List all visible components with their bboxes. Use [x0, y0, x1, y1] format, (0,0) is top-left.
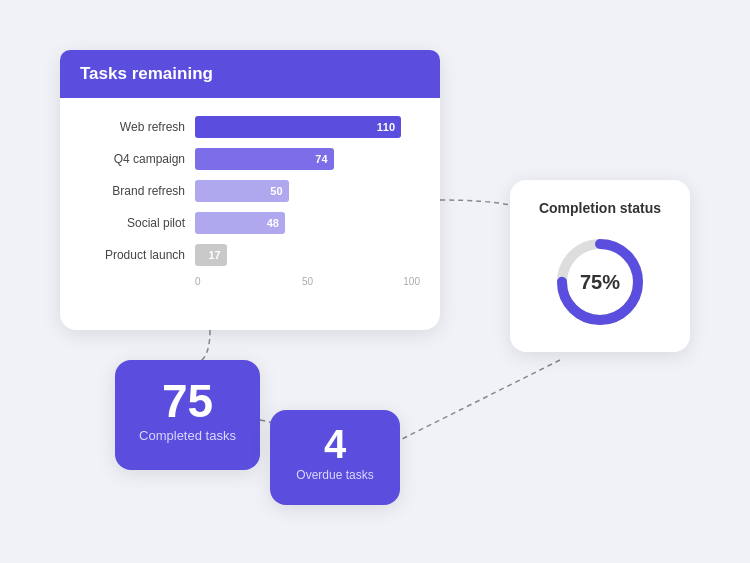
axis-tick-0: 0: [195, 276, 270, 287]
axis-tick-100: 100: [345, 276, 420, 287]
bar-label-q4: Q4 campaign: [80, 152, 185, 166]
bar-track-brand: 50: [195, 180, 420, 202]
completed-tasks-label: Completed tasks: [129, 428, 246, 443]
bar-label-social: Social pilot: [80, 216, 185, 230]
completion-status-card: Completion status 75%: [510, 180, 690, 352]
completed-tasks-number: 75: [129, 378, 246, 424]
bar-value-social: 48: [267, 217, 279, 229]
bar-value-web-refresh: 110: [377, 121, 395, 133]
donut-percent-label: 75%: [580, 271, 620, 294]
completed-tasks-card: 75 Completed tasks: [115, 360, 260, 470]
axis-tick-50: 50: [270, 276, 345, 287]
bar-value-brand: 50: [270, 185, 282, 197]
bar-track-q4: 74: [195, 148, 420, 170]
bar-label-web-refresh: Web refresh: [80, 120, 185, 134]
bar-fill-brand: 50: [195, 180, 289, 202]
bar-fill-q4: 74: [195, 148, 334, 170]
overdue-tasks-label: Overdue tasks: [282, 468, 388, 482]
bar-fill-web-refresh: 110: [195, 116, 401, 138]
tasks-remaining-card: Tasks remaining Web refresh 110 Q4 campa…: [60, 50, 440, 330]
tasks-card-title: Tasks remaining: [60, 50, 440, 98]
bar-row-web-refresh: Web refresh 110: [80, 116, 420, 138]
bar-value-q4: 74: [315, 153, 327, 165]
bar-chart: Web refresh 110 Q4 campaign 74 Brand ref…: [80, 116, 420, 287]
bar-row-q4: Q4 campaign 74: [80, 148, 420, 170]
bar-fill-product: 17: [195, 244, 227, 266]
completion-card-title: Completion status: [530, 200, 670, 216]
bar-track-product: 17: [195, 244, 420, 266]
bar-row-social: Social pilot 48: [80, 212, 420, 234]
bar-label-product: Product launch: [80, 248, 185, 262]
bar-fill-social: 48: [195, 212, 285, 234]
axis-ticks: 0 50 100: [195, 276, 420, 287]
overdue-tasks-card: 4 Overdue tasks: [270, 410, 400, 505]
donut-chart: 75%: [550, 232, 650, 332]
bar-row-brand: Brand refresh 50: [80, 180, 420, 202]
bar-label-brand: Brand refresh: [80, 184, 185, 198]
bar-track-web-refresh: 110: [195, 116, 420, 138]
bar-row-product: Product launch 17: [80, 244, 420, 266]
bar-value-product: 17: [208, 249, 220, 261]
bar-track-social: 48: [195, 212, 420, 234]
overdue-tasks-number: 4: [282, 424, 388, 464]
